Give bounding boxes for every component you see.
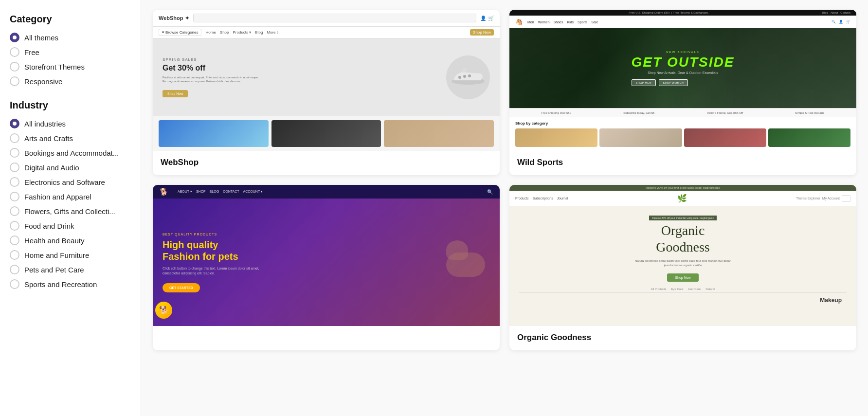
category-filter-responsive[interactable]: Responsive [10, 76, 131, 86]
industry-arts-label: Arts and Crafts [24, 134, 73, 143]
sale-tag: SPRING SALES [163, 57, 436, 62]
industry-sports-label: Sports and Recreation [24, 280, 97, 289]
pets-nav: 🐕 ABOUT ▾ SHOP BLOG CONTACT ACCOUNT ▾ 🔍 [153, 185, 500, 199]
industry-digital-label: Digital and Audio [24, 163, 79, 172]
sub-all-products: All Products [651, 288, 666, 290]
pets-nav-account: ACCOUNT ▾ [243, 190, 263, 194]
category-filter-free[interactable]: Free [10, 47, 131, 57]
shoe-circle [446, 55, 490, 99]
pets-avatar: 🐕 [155, 302, 172, 319]
industry-filter-digital[interactable]: Digital and Audio [10, 163, 131, 172]
pets-nav-about: ABOUT ▾ [178, 190, 192, 194]
sidebar: Category All themes Free Storefront Them… [0, 0, 141, 416]
industry-filter-electronics[interactable]: Electronics and Software [10, 177, 131, 187]
industry-filter-fashion[interactable]: Fashion and Apparel [10, 192, 131, 201]
category-title: Category [10, 14, 131, 25]
theme-card-webshop[interactable]: WebShop ✦ 👤 🛒 ≡ Browse Categories Home S… [153, 10, 500, 175]
ws-hero: NEW ARRIVALS GET OUTSIDE Shop New Arriva… [509, 28, 856, 108]
ws-buttons: SHOP MEN SHOP WOMEN [632, 79, 735, 86]
category-filter-storefront[interactable]: Storefront Themes [10, 62, 131, 72]
theme-card-wild-sports[interactable]: Free U.S. Shipping Orders $80+ | Free Re… [509, 10, 856, 175]
webshop-logo: WebShop ✦ [159, 15, 189, 21]
shoe-illustration [436, 55, 490, 99]
industry-filter-home[interactable]: Home and Furniture [10, 250, 131, 260]
ws-nav-shoes: Shoes [554, 20, 563, 24]
thumb-2 [271, 120, 381, 147]
org-nav-journal: Journal [557, 197, 568, 200]
industry-food-label: Food and Drink [24, 222, 74, 230]
category-filter-all-themes[interactable]: All themes [10, 33, 131, 42]
shoe-svg [451, 67, 485, 86]
ws-cat-title: Shop by category [515, 121, 850, 126]
theme-card-pets[interactable]: 🐕 ABOUT ▾ SHOP BLOG CONTACT ACCOUNT ▾ 🔍 [153, 185, 500, 350]
industry-filter-sports[interactable]: Sports and Recreation [10, 279, 131, 289]
organic-theme-name: Organic Goodness [509, 326, 856, 350]
pets-badge: BEST QUALITY PRODUCTS [163, 233, 490, 236]
category-responsive-label: Responsive [24, 77, 62, 86]
industry-filter-all[interactable]: All industries [10, 119, 131, 128]
webshop-mockup: WebShop ✦ 👤 🛒 ≡ Browse Categories Home S… [153, 10, 500, 151]
org-promo-badge: Receive 20% off your first order using c… [649, 216, 717, 220]
pets-title-line1: High quality [163, 239, 218, 250]
pets-title-line2: Fashion for pets [163, 251, 238, 262]
industry-filter-health[interactable]: Health and Beauty [10, 235, 131, 245]
industry-filter-food[interactable]: Food and Drink [10, 221, 131, 231]
theme-preview-organic: Receive 20% off your first order using c… [509, 185, 856, 326]
ws-referral: Refer a Friend, Get 20% Off [706, 111, 743, 114]
radio-all-industries [10, 119, 19, 128]
pets-hero: 🐕 BEST QUALITY PRODUCTS High quality Fas… [153, 199, 500, 326]
ws-sub: Shop New Arrivals, Gear & Outdoor Essent… [632, 71, 735, 74]
ws-shop-women-btn: SHOP WOMEN [659, 79, 688, 86]
industry-filter-flowers[interactable]: Flowers, Gifts and Collecti... [10, 206, 131, 216]
wild-sports-name: Wild Sports [509, 151, 856, 175]
industry-flowers-label: Flowers, Gifts and Collecti... [24, 207, 115, 216]
webshop-nav-bar: WebShop ✦ 👤 🛒 [153, 10, 500, 27]
radio-responsive [10, 76, 19, 86]
industry-all-label: All industries [24, 120, 66, 128]
industry-filter-group: All industries Arts and Crafts Bookings … [10, 119, 131, 289]
ws-top-bar: Free U.S. Shipping Orders $80+ | Free Re… [509, 10, 856, 16]
org-makeup-label: Makeup [519, 297, 847, 304]
ws-nav-links: Men Women Shoes Kids Sports Sale [527, 20, 598, 24]
theme-card-organic[interactable]: Receive 20% off your first order using c… [509, 185, 856, 350]
org-actions: Theme Explorer My Account [796, 195, 850, 202]
industry-health-label: Health and Beauty [24, 236, 84, 245]
industry-filter-arts[interactable]: Arts and Crafts [10, 133, 131, 143]
industry-home-label: Home and Furniture [24, 251, 89, 259]
radio-storefront [10, 62, 19, 72]
pets-nav-contact: CONTACT [223, 190, 239, 194]
hero-cta: Shop Now [163, 90, 188, 97]
org-top-bar: Receive 20% off your first order using c… [509, 185, 856, 191]
pets-hero-text: BEST QUALITY PRODUCTS High quality Fashi… [163, 233, 490, 292]
pets-nav-shop: SHOP [196, 190, 206, 194]
industry-filter-pets[interactable]: Pets and Pet Care [10, 265, 131, 274]
theme-preview-pets: 🐕 ABOUT ▾ SHOP BLOG CONTACT ACCOUNT ▾ 🔍 [153, 185, 500, 326]
themes-grid-container: WebShop ✦ 👤 🛒 ≡ Browse Categories Home S… [141, 0, 868, 416]
ws-cat-1 [515, 128, 597, 147]
webshop-name: WebShop [153, 151, 500, 175]
org-cta: Shop Now [667, 273, 698, 282]
radio-food [10, 221, 19, 231]
nav-shop: Shop [220, 30, 229, 35]
sub-eye-care: Eye Care [671, 288, 683, 290]
radio-bookings [10, 148, 19, 158]
org-title: Organic Goodness [656, 222, 709, 255]
webshop-nav2: ≡ Browse Categories Home Shop Products ▾… [153, 27, 500, 38]
ws-cart-icon: 🛒 [846, 20, 850, 24]
browse-btn: ≡ Browse Categories [159, 29, 201, 36]
ws-cat-2 [599, 128, 682, 147]
category-storefront-label: Storefront Themes [24, 63, 85, 71]
industry-filter-bookings[interactable]: Bookings and Accommodat... [10, 148, 131, 158]
radio-free [10, 47, 19, 57]
radio-sports [10, 279, 19, 289]
webshop-hero: SPRING SALES Get 30% off Facilisis at od… [153, 38, 500, 116]
ws-cat-3 [684, 128, 766, 147]
webshop-nav-icons: 👤 🛒 [480, 16, 494, 21]
ws-new-arrivals: NEW ARRIVALS [632, 51, 735, 54]
org-nav: Products Subscriptions Journal 🌿 Theme E… [509, 191, 856, 206]
sub-hair-care: Hair Care [688, 288, 701, 290]
ws-headline: GET OUTSIDE [632, 55, 735, 69]
ws-cat-4 [768, 128, 850, 147]
org-nav-links: Products Subscriptions Journal [515, 197, 568, 200]
ws-account-icon: 👤 [839, 20, 843, 24]
